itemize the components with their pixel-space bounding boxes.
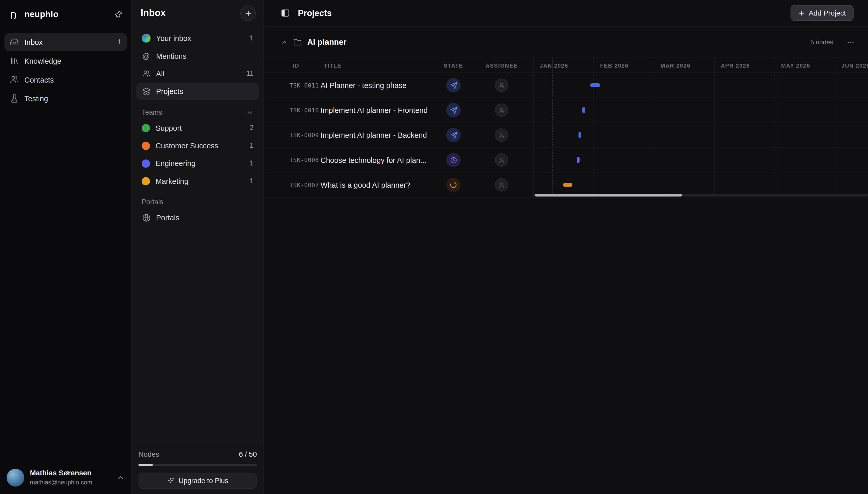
sparkles-icon xyxy=(167,477,174,484)
usage-footer: Nodes 6 / 50 Upgrade to Plus xyxy=(132,443,264,494)
nav-item-testing[interactable]: Testing xyxy=(4,90,127,107)
brand-name: neuphlo xyxy=(24,9,58,19)
nav-item-label: Knowledge xyxy=(24,57,61,65)
task-id: TSK-0011 xyxy=(289,82,321,89)
task-title: AI Planner - testing phase xyxy=(321,81,437,89)
gantt-bar[interactable] xyxy=(563,183,572,187)
column-header-title: TITLE xyxy=(321,62,437,69)
main-content: Projects Add Project AI planner 5 nodes xyxy=(264,0,868,494)
state-sent-icon[interactable] xyxy=(446,78,461,92)
table-row[interactable]: TSK-0009 Implement AI planner - Backend xyxy=(264,123,868,148)
gantt-bar[interactable] xyxy=(577,157,580,163)
user-name: Mathias Sørensen xyxy=(30,469,92,478)
column-header-state: STATE xyxy=(437,62,470,69)
chevron-down-icon[interactable] xyxy=(246,109,253,116)
pin-sidebar-icon[interactable] xyxy=(112,8,124,20)
table-row[interactable]: TSK-0008 Choose technology for AI plan..… xyxy=(264,148,868,173)
team-item-customer-success[interactable]: Customer Success 1 xyxy=(136,137,259,154)
month-label: APR 2026 xyxy=(714,62,775,69)
table-row[interactable]: TSK-0011 AI Planner - testing phase xyxy=(264,73,868,98)
team-item-marketing[interactable]: Marketing 1 xyxy=(136,173,259,189)
assignee-avatar[interactable] xyxy=(495,153,508,167)
task-title: Implement AI planner - Backend xyxy=(321,131,437,139)
contacts-icon xyxy=(10,75,19,84)
user-footer[interactable]: Mathias Sørensen mathias@neuphlo.com xyxy=(0,463,131,494)
inbox-icon xyxy=(10,38,19,46)
team-item-support[interactable]: Support 2 xyxy=(136,120,259,136)
gantt-board: ID TITLE STATE ASSIGNEE JAN 2026 FEB 202… xyxy=(264,57,868,197)
state-scheduled-icon[interactable] xyxy=(446,153,461,167)
team-color-dot xyxy=(141,124,150,132)
h-scrollbar-thumb[interactable] xyxy=(535,194,682,196)
nav-item-label: Contacts xyxy=(24,76,54,84)
inbox-panel: Inbox Your inbox 1 @ Mentions All 11 xyxy=(131,0,264,494)
add-button[interactable] xyxy=(240,5,256,21)
timeline-cell xyxy=(533,98,868,122)
user-avatar[interactable] xyxy=(7,469,24,487)
timeline-cell xyxy=(533,123,868,147)
assignee-avatar[interactable] xyxy=(495,128,508,141)
primary-nav: Inbox 1 Knowledge Contacts xyxy=(0,29,131,112)
gantt-bar[interactable] xyxy=(590,83,600,87)
app-window: neuphlo Inbox 1 Knowledge xyxy=(0,0,868,494)
nav-item-knowledge[interactable]: Knowledge xyxy=(4,52,127,70)
panel-item-projects[interactable]: Projects xyxy=(136,83,259,100)
month-label: JAN 2026 xyxy=(533,62,593,69)
project-group-name: AI planner xyxy=(307,38,346,46)
gantt-bar[interactable] xyxy=(579,132,581,138)
portal-item-portals[interactable]: Portals xyxy=(136,209,259,226)
inbox-list: Your inbox 1 @ Mentions All 11 Projects xyxy=(132,27,264,100)
table-row[interactable]: TSK-0010 Implement AI planner - Frontend xyxy=(264,98,868,123)
state-sent-icon[interactable] xyxy=(446,128,461,142)
panel-item-your-inbox[interactable]: Your inbox 1 xyxy=(136,30,259,46)
inbox-panel-header: Inbox xyxy=(132,0,264,27)
h-scrollbar-track[interactable] xyxy=(533,194,868,196)
column-header-id: ID xyxy=(289,62,321,69)
upgrade-button[interactable]: Upgrade to Plus xyxy=(138,473,257,489)
column-header-assignee: ASSIGNEE xyxy=(470,62,533,69)
layers-icon xyxy=(141,87,150,96)
page-title: Projects xyxy=(298,8,332,18)
more-options-icon[interactable] xyxy=(847,38,855,46)
task-id: TSK-0008 xyxy=(289,157,321,164)
nodes-progress-track xyxy=(138,464,257,466)
state-sent-icon[interactable] xyxy=(446,103,461,117)
month-label: FEB 2026 xyxy=(593,62,654,69)
month-label: MAY 2026 xyxy=(775,62,835,69)
team-color-dot xyxy=(141,177,150,185)
task-id: TSK-0010 xyxy=(289,107,321,114)
neuphlo-logo-icon xyxy=(9,9,19,19)
testing-flask-icon xyxy=(10,94,19,103)
primary-sidebar: neuphlo Inbox 1 Knowledge xyxy=(0,0,131,494)
sidebar-toggle-icon[interactable] xyxy=(281,8,290,18)
portals-section-header: Portals xyxy=(132,189,264,209)
panel-item-mentions[interactable]: @ Mentions xyxy=(136,48,259,64)
timeline-cell xyxy=(533,73,868,97)
assignee-avatar[interactable] xyxy=(495,79,508,92)
assignee-avatar[interactable] xyxy=(495,178,508,191)
team-color-dot xyxy=(141,141,150,150)
task-title: Implement AI planner - Frontend xyxy=(321,106,437,114)
add-project-button[interactable]: Add Project xyxy=(790,5,853,21)
task-title: What is a good AI planner? xyxy=(321,181,437,189)
chevron-up-icon[interactable] xyxy=(117,474,125,481)
nodes-progress-fill xyxy=(138,464,152,466)
team-color-dot xyxy=(141,159,150,168)
teams-section-header[interactable]: Teams xyxy=(132,100,264,120)
panel-item-all[interactable]: All 11 xyxy=(136,65,259,82)
gantt-bar[interactable] xyxy=(582,107,585,113)
panel-title: Inbox xyxy=(140,8,166,19)
nav-item-label: Testing xyxy=(24,94,48,102)
teams-list: Support 2 Customer Success 1 Engineering… xyxy=(132,120,264,189)
nodes-label: Nodes xyxy=(138,450,159,458)
table-header: ID TITLE STATE ASSIGNEE JAN 2026 FEB 202… xyxy=(264,57,868,73)
timeline-cell xyxy=(533,148,868,172)
users-icon xyxy=(141,69,150,78)
assignee-avatar[interactable] xyxy=(495,103,508,117)
task-id: TSK-0009 xyxy=(289,132,321,138)
nav-item-contacts[interactable]: Contacts xyxy=(4,71,127,89)
state-in-progress-icon[interactable] xyxy=(446,177,461,192)
collapse-chevron-icon[interactable] xyxy=(281,39,288,46)
team-item-engineering[interactable]: Engineering 1 xyxy=(136,155,259,172)
nav-item-inbox[interactable]: Inbox 1 xyxy=(4,33,127,51)
